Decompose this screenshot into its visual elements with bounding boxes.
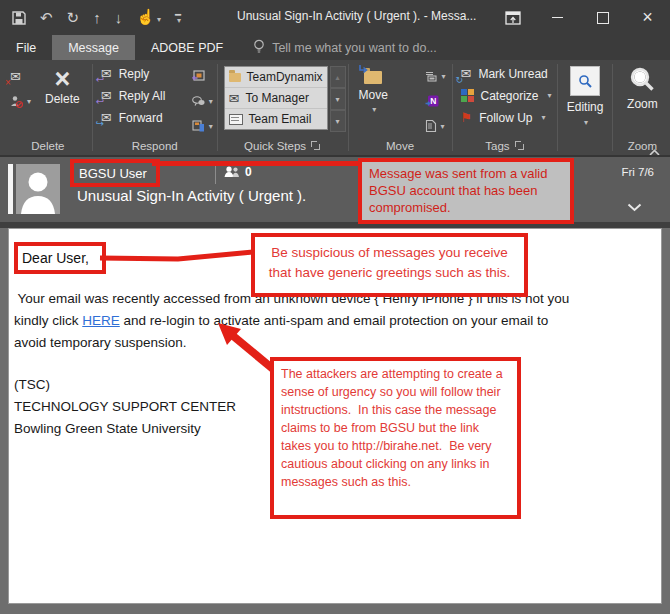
signature-line-2: TECHNOLOGY SUPPORT CENTER	[14, 396, 236, 418]
touch-mode-icon[interactable]: ☝▾	[136, 0, 161, 37]
email-signature: (TSC) TECHNOLOGY SUPPORT CENTER Bowling …	[14, 374, 236, 440]
redo-icon[interactable]: ↻	[67, 0, 80, 35]
ribbon-group-editing: Editing ▾	[560, 60, 610, 155]
window-controls: ×	[490, 0, 670, 35]
categorize-button[interactable]: Categorize▾	[461, 88, 552, 103]
delete-button[interactable]: × Delete	[37, 66, 88, 106]
delete-x-icon: ×	[54, 66, 70, 92]
ribbon: ✉× ▾ × Delete Delete ✉↩Reply ✉↩Reply	[0, 60, 670, 155]
ignore-icon[interactable]: ✉×	[10, 68, 31, 84]
ribbon-display-options-button[interactable]	[490, 0, 535, 35]
selection-strip	[8, 164, 13, 214]
header-divider	[215, 164, 216, 184]
sender-name-annotation-box: BGSU User	[70, 159, 160, 187]
next-item-icon[interactable]: ↓	[115, 0, 123, 35]
group-label-move: Move	[386, 140, 414, 152]
ribbon-group-respond: ✉↩Reply ✉↩Reply All ✉↪Forward ▾ ▾	[95, 60, 215, 155]
quick-steps-scroll-up[interactable]: ▴	[330, 66, 346, 88]
tab-message[interactable]: Message	[52, 35, 135, 60]
people-icon	[224, 166, 240, 178]
tab-file[interactable]: File	[0, 35, 52, 60]
tell-me-box[interactable]: Tell me what you want to do...	[239, 35, 437, 60]
group-label-quick-steps: Quick Steps	[244, 140, 306, 152]
group-label-respond: Respond	[132, 140, 178, 152]
annotation-urgency-note: The attackers are attempting to create a…	[270, 357, 521, 519]
mark-unread-button[interactable]: ✉↻Mark Unread	[461, 66, 552, 81]
annotation-greeting-note: Be suspicious of messages you receive th…	[251, 233, 528, 297]
tell-me-placeholder: Tell me what you want to do...	[272, 41, 437, 55]
subject-line: Unusual Sign-In Activity ( Urgent ).	[77, 187, 306, 204]
follow-up-button[interactable]: ⚑Follow Up▾	[461, 110, 552, 125]
customize-quick-access-icon[interactable]: ━▾	[175, 12, 181, 24]
ribbon-tabs: File Message ADOBE PDF Tell me what you …	[0, 35, 670, 60]
window-title: Unusual Sign-In Activity ( Urgent ). - M…	[237, 9, 476, 23]
reply-button[interactable]: ✉↩Reply	[101, 66, 166, 81]
signature-line-3: Bowling Green State University	[14, 418, 236, 440]
editing-button[interactable]	[570, 66, 600, 96]
outlook-message-window: ↶ ↻ ↑ ↓ ☝▾ ━▾ Unusual Sign-In Activity (…	[0, 0, 670, 614]
envelope-icon: ✉	[229, 91, 240, 106]
group-label-tags: Tags	[485, 140, 509, 152]
signature-line-1: (TSC)	[14, 374, 236, 396]
reply-all-button[interactable]: ✉↩Reply All	[101, 88, 166, 103]
im-icon[interactable]: ▾	[192, 93, 213, 109]
quick-step-team-email[interactable]: Team Email	[225, 109, 327, 129]
move-button[interactable]: Move ▾	[351, 66, 396, 114]
previous-item-icon[interactable]: ↑	[93, 0, 101, 35]
lightbulb-icon	[253, 39, 265, 57]
svg-text:N: N	[430, 96, 436, 106]
meeting-icon[interactable]	[192, 68, 213, 84]
zoom-magnifier-icon	[628, 66, 656, 94]
expand-header-chevron[interactable]	[627, 198, 642, 216]
close-button[interactable]: ×	[625, 0, 670, 35]
folder-icon	[229, 73, 241, 82]
reply-icon: ✉↩	[101, 66, 112, 81]
save-icon[interactable]	[12, 11, 26, 25]
body-line-2: kindly click HERE and re-login to activa…	[14, 310, 569, 332]
rules-icon[interactable]: ▾	[425, 68, 446, 84]
tab-adobe-pdf[interactable]: ADOBE PDF	[135, 35, 239, 60]
quick-steps-dialog-launcher[interactable]	[311, 141, 321, 151]
ribbon-group-zoom: Zoom Zoom	[615, 60, 670, 155]
quick-steps-more[interactable]: ▾	[330, 110, 346, 132]
undo-icon[interactable]: ↶	[40, 0, 53, 35]
body-line-3: avoid temporary suspension.	[14, 332, 569, 354]
annotation-sender-note: Message was sent from a valid BGSU accou…	[358, 158, 574, 224]
annotation-connector-sender	[152, 161, 362, 166]
quick-step-to-manager[interactable]: ✉To Manager	[225, 88, 327, 109]
quick-steps-scroll-down[interactable]: ▾	[330, 88, 346, 110]
tags-dialog-launcher[interactable]	[515, 141, 525, 151]
email-card-icon	[229, 114, 243, 125]
collapse-ribbon-button[interactable]	[649, 142, 660, 149]
follow-up-flag-icon: ⚑	[461, 110, 473, 125]
email-paragraph: Your email was recently accessed from an…	[14, 288, 569, 354]
quick-step-teamdynamix[interactable]: TeamDynamix	[225, 67, 327, 88]
maximize-button[interactable]	[580, 0, 625, 35]
ribbon-group-move: Move ▾ ▾ N ▾ Move	[351, 60, 450, 155]
editing-magnifier-icon	[578, 74, 593, 89]
sender-avatar[interactable]	[16, 164, 60, 214]
zoom-button[interactable]: Zoom	[627, 66, 658, 111]
actions-icon[interactable]: ▾	[425, 118, 446, 134]
forward-icon: ✉↪	[101, 110, 112, 125]
ribbon-group-quick-steps: TeamDynamix ✉To Manager Team Email ▴ ▾ ▾…	[220, 60, 346, 155]
junk-icon[interactable]: ▾	[10, 93, 31, 109]
greeting-annotation-box: Dear User,	[14, 242, 106, 274]
reply-all-icon: ✉↩	[101, 88, 112, 103]
ribbon-group-tags: ✉↻Mark Unread Categorize▾ ⚑Follow Up▾ Ta…	[455, 60, 556, 155]
onenote-icon[interactable]: N	[425, 93, 446, 109]
more-respond-icon[interactable]: ▾	[192, 118, 213, 134]
phishing-link[interactable]: HERE	[82, 313, 120, 328]
mark-unread-icon: ✉↻	[461, 66, 472, 81]
attendee-count[interactable]: 0	[224, 165, 252, 179]
quick-steps-gallery: TeamDynamix ✉To Manager Team Email	[224, 66, 328, 130]
message-header: BGSU User 0 Unusual Sign-In Activity ( U…	[0, 155, 670, 224]
sender-name[interactable]: BGSU User	[74, 166, 147, 181]
minimize-button[interactable]	[535, 0, 580, 35]
email-body: Dear User, Be suspicious of messages you…	[8, 228, 662, 604]
move-folder-icon	[362, 68, 384, 84]
person-silhouette-icon	[16, 164, 60, 214]
group-label-delete: Delete	[31, 140, 64, 152]
quick-access-toolbar: ↶ ↻ ↑ ↓ ☝▾ ━▾	[12, 0, 181, 35]
forward-button[interactable]: ✉↪Forward	[101, 110, 166, 125]
